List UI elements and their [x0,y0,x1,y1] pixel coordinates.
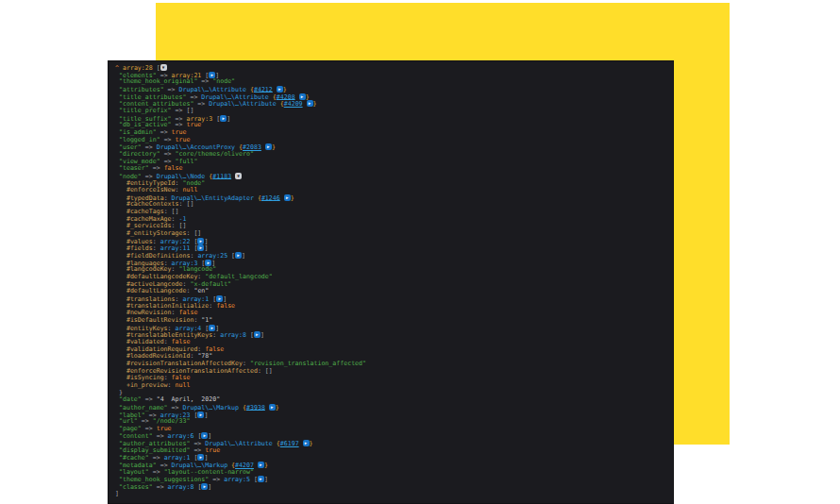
dump-punctuation: [ [212,114,220,122]
dump-punctuation: => [142,395,157,403]
expand-toggle-icon[interactable]: ▶ [307,100,313,107]
dump-constant: true [186,121,201,128]
object-ref-link[interactable]: #3938 [246,403,265,411]
dump-property-name: +in_preview [126,381,168,389]
dump-constant: null [176,381,191,389]
dump-line: #entityTypeId: "node" [115,180,669,188]
dump-line: "db_is_active" => true [115,122,669,129]
object-ref-link[interactable]: #6197 [280,440,299,447]
dump-punctuation [115,229,126,237]
dump-string-value: "1" [201,316,212,324]
dump-line: #translatableEntityKeys: array:8 [▶] [115,331,669,339]
dump-line: "author_name" => Drupal\…\Markup {#3938 … [115,404,669,412]
object-ref-link[interactable]: #4209 [284,100,303,108]
dump-line: #translationInitialize: false [115,303,669,311]
dump-punctuation: [ [246,331,254,339]
dump-punctuation: ] [115,490,119,497]
dump-key-string: "date" [119,395,142,403]
var-dump-panel: ^ array:28 [▼ "elements" => array:21 [▶]… [109,61,673,503]
dump-punctuation: [ [193,483,201,491]
dump-key-string: "layout--content-narrow" [164,468,254,476]
dump-key-string: "title_prefix" [119,107,172,114]
dump-punctuation: => [190,446,205,454]
dump-punctuation [115,186,126,193]
dump-punctuation: [ [250,476,258,483]
dump-punctuation: ] [242,252,245,260]
dump-punctuation: : [] [179,200,194,208]
dump-line: "content_attributes" => Drupal\…\Attribu… [115,100,669,108]
dump-punctuation [303,100,307,108]
dump-line: #cacheMaxAge: -1 [115,216,669,224]
object-ref-link[interactable]: #1246 [261,193,280,201]
expand-toggle-icon[interactable]: ▶ [254,331,260,338]
page: { "colors": { "background": "#ffffff", "… [0,0,840,504]
dump-line: "directory" => "core/themes/olivero" [115,151,669,159]
dump-line: #isSyncing: false [115,375,669,382]
dump-class-name: array:8 [168,483,194,491]
dump-constant: true [176,136,191,143]
dump-punctuation: => [160,136,176,143]
dump-line: #typedData: Drupal\…\EntityAdapter {#124… [115,194,669,202]
dump-punctuation: [ [190,411,197,418]
expand-toggle-icon[interactable]: ▶ [265,143,272,150]
expand-toggle-icon[interactable]: ▶ [303,440,310,446]
dump-array-token: } [291,193,294,201]
filter-toggle-icon[interactable]: ▼ [160,64,167,71]
dump-property-name: #isDefaultRevision [126,316,193,324]
expand-toggle-icon[interactable]: ▶ [258,462,264,468]
dump-punctuation: => [149,164,164,172]
dump-constant: null [182,186,197,193]
dump-line: #_entityStorages: [] [115,230,669,238]
dump-punctuation: ] [260,331,264,339]
dump-punctuation: : [] [186,229,201,237]
dump-class-name: Drupal\…\Attribute [209,100,276,108]
dump-key-string: "page" [119,425,142,432]
dump-string-value: "4 April, 2020" [157,395,221,403]
dump-line: "display_submitted" => true [115,447,669,455]
expand-toggle-icon[interactable]: ▶ [277,86,283,92]
dump-constant: false [216,302,235,310]
expand-toggle-icon[interactable]: ▶ [258,476,264,482]
dump-punctuation: ] [264,476,268,483]
object-ref-link[interactable]: #1183 [212,172,231,179]
dump-key-string: "logged_in" [119,136,160,143]
collapse-toggle-icon[interactable]: ▼ [235,173,242,179]
dump-key-string: "layout" [119,468,149,476]
dump-punctuation [115,287,126,294]
dump-punctuation: => [193,100,209,108]
dump-punctuation: ] [208,483,211,491]
dump-property-name: #enforceIsNew [126,186,176,193]
dump-line: "label" => array:23 [▶] [115,412,669,419]
dump-line: "classes" => array:8 [▶] [115,483,669,491]
dump-constant: true [205,446,220,454]
dump-punctuation [115,316,126,324]
dump-line: #enforceRevisionTranslationAffected: [] [115,368,669,376]
dump-punctuation: => [197,77,212,85]
dump-punctuation: => [] [172,107,194,114]
dump-punctuation: => [149,468,164,476]
var-dump-output: ^ array:28 [▼ "elements" => array:21 [▶]… [109,61,673,497]
dump-class-name: array:8 [220,331,246,339]
dump-array-token: } [310,440,313,447]
dump-line: "is_admin" => true [115,129,669,137]
dump-array-token: } [264,462,268,469]
dump-punctuation [299,440,303,447]
dump-property-name: #defaultLangcode [126,287,187,294]
dump-array-token: } [272,143,276,151]
dump-punctuation: => [153,483,168,491]
expand-toggle-icon[interactable]: ▶ [284,194,291,201]
dump-line: #values: array:22 [▶] [115,238,669,245]
dump-punctuation: : [] [258,367,273,375]
dump-punctuation: ] [227,114,230,122]
dump-string-value: "en" [193,287,209,294]
dump-constant: true [157,425,172,432]
expand-toggle-icon[interactable]: ▶ [269,404,276,411]
expand-toggle-icon[interactable]: ▶ [299,93,306,100]
dump-line: "view_mode" => "full" [115,159,669,166]
dump-punctuation: : [168,381,176,389]
dump-line: ] [115,491,669,498]
dump-line: #cacheTags: [] [115,209,669,216]
dump-punctuation: : [212,331,220,339]
dump-key-string: "classes" [119,483,153,491]
dump-punctuation: [ [227,252,235,260]
